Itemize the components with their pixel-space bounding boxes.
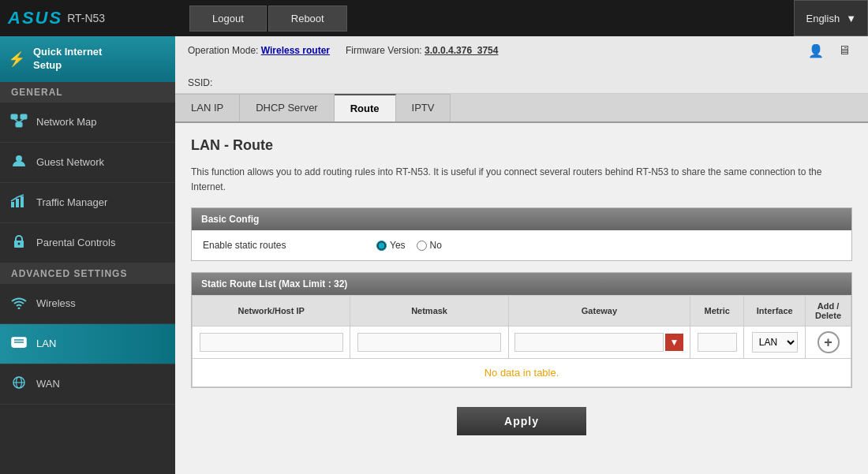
sidebar-label-network-map: Network Map: [36, 116, 97, 128]
sidebar-item-wan[interactable]: WAN: [0, 364, 175, 405]
no-option[interactable]: No: [417, 240, 442, 251]
sidebar-item-quick-setup[interactable]: ⚡ Quick InternetSetup: [0, 36, 175, 82]
svg-line-4: [19, 119, 24, 122]
enable-static-row: Enable static routes Yes No: [203, 240, 840, 251]
sidebar: ⚡ Quick InternetSetup General Network Ma…: [0, 36, 175, 474]
tab-iptv[interactable]: IPTV: [396, 94, 451, 121]
basic-config-body: Enable static routes Yes No: [192, 230, 851, 260]
quick-setup-label: Quick InternetSetup: [33, 46, 102, 73]
wan-icon: [9, 375, 28, 393]
static-route-body: Network/Host IP Netmask Gateway Metric I…: [192, 295, 851, 387]
ssid-label: SSID:: [188, 77, 212, 88]
sidebar-item-traffic-manager[interactable]: Traffic Manager: [0, 183, 175, 223]
yes-option[interactable]: Yes: [376, 240, 406, 251]
sidebar-item-lan[interactable]: LAN: [0, 324, 175, 364]
status-bar: Operation Mode: Wireless router Firmware…: [175, 36, 868, 94]
svg-rect-8: [21, 196, 24, 207]
col-network-host-ip: Network/Host IP: [193, 296, 350, 327]
gateway-cell: ▼: [508, 327, 690, 359]
page-content: LAN - Route This function allows you to …: [175, 123, 868, 474]
col-gateway: Gateway: [508, 296, 690, 327]
basic-config-header: Basic Config: [192, 208, 851, 230]
page-description: This function allows you to add routing …: [191, 165, 852, 195]
svg-point-11: [18, 307, 21, 309]
logout-button[interactable]: Logout: [189, 6, 267, 32]
sidebar-label-traffic-manager: Traffic Manager: [36, 196, 107, 208]
gateway-dropdown-btn[interactable]: ▼: [665, 334, 684, 351]
tab-lan-ip[interactable]: LAN IP: [175, 94, 240, 121]
basic-config-section: Basic Config Enable static routes Yes No: [191, 207, 852, 261]
apply-area: Apply: [191, 399, 852, 440]
sidebar-item-parental-controls[interactable]: Parental Controls: [0, 223, 175, 263]
sidebar-item-network-map[interactable]: Network Map: [0, 103, 175, 143]
metric-cell: [690, 327, 744, 359]
operation-mode-text: Operation Mode: Wireless router: [188, 45, 330, 56]
static-route-section: Static Route List (Max Limit : 32) Netwo…: [191, 272, 852, 388]
static-route-header: Static Route List (Max Limit : 32): [192, 273, 851, 295]
logo-area: ASUS RT-N53: [0, 0, 174, 36]
col-interface: Interface: [744, 296, 806, 327]
firmware-text: Firmware Version: 3.0.0.4.376_3754: [346, 45, 498, 56]
tab-dhcp-server[interactable]: DHCP Server: [240, 94, 335, 121]
metric-input[interactable]: [698, 333, 737, 352]
svg-rect-1: [21, 114, 27, 119]
sidebar-label-guest-network: Guest Network: [36, 156, 104, 168]
gateway-input[interactable]: [514, 333, 663, 352]
lan-icon: [9, 335, 28, 353]
guest-network-icon: [9, 154, 28, 171]
network-host-ip-cell: [193, 327, 350, 359]
table-row-input: ▼ LAN WAN: [193, 327, 851, 359]
main-layout: ⚡ Quick InternetSetup General Network Ma…: [0, 36, 868, 474]
sidebar-item-guest-network[interactable]: Guest Network: [0, 143, 175, 183]
enable-static-label: Enable static routes: [203, 240, 361, 251]
sidebar-label-wan: WAN: [36, 378, 60, 390]
network-host-ip-input[interactable]: [200, 333, 343, 352]
svg-rect-13: [13, 346, 24, 348]
model: RT-N53: [67, 12, 105, 24]
sidebar-label-wireless: Wireless: [36, 297, 76, 309]
wireless-icon: [9, 295, 28, 312]
chevron-down-icon: ▼: [846, 13, 856, 24]
sidebar-label-parental-controls: Parental Controls: [36, 237, 115, 248]
tabs-bar: LAN IP DHCP Server Route IPTV: [175, 94, 868, 123]
route-table: Network/Host IP Netmask Gateway Metric I…: [192, 295, 851, 387]
operation-mode-link[interactable]: Wireless router: [261, 45, 330, 56]
svg-rect-7: [16, 199, 19, 207]
svg-rect-0: [11, 114, 17, 119]
add-row-button[interactable]: +: [817, 331, 840, 353]
tab-route[interactable]: Route: [335, 94, 396, 121]
svg-rect-2: [16, 122, 22, 127]
apply-button[interactable]: Apply: [457, 407, 586, 435]
reboot-button[interactable]: Reboot: [268, 6, 347, 32]
firmware-version: 3.0.0.4.376_3754: [425, 45, 498, 56]
monitor-icon: 🖥: [833, 41, 855, 60]
user-icon: 👤: [805, 41, 827, 60]
svg-rect-6: [11, 202, 14, 207]
static-routes-radio-group: Yes No: [376, 240, 442, 251]
quick-setup-icon: ⚡: [8, 50, 25, 68]
netmask-input[interactable]: [357, 333, 501, 352]
top-buttons: Logout Reboot: [189, 6, 347, 32]
top-bar: ASUS RT-N53 Logout Reboot English ▼: [0, 0, 868, 36]
netmask-cell: [350, 327, 508, 359]
traffic-manager-icon: [9, 194, 28, 211]
svg-point-5: [16, 155, 22, 162]
language-label: English: [806, 13, 840, 24]
page-title: LAN - Route: [191, 137, 852, 154]
yes-radio[interactable]: [376, 241, 387, 251]
col-netmask: Netmask: [350, 296, 508, 327]
col-metric: Metric: [690, 296, 744, 327]
add-delete-cell: +: [806, 327, 851, 359]
interface-select[interactable]: LAN WAN: [752, 332, 798, 353]
col-add-delete: Add /Delete: [806, 296, 851, 327]
language-selector[interactable]: English ▼: [794, 0, 868, 36]
sidebar-item-wireless[interactable]: Wireless: [0, 284, 175, 324]
advanced-section-header: Advanced Settings: [0, 263, 175, 284]
sidebar-label-lan: LAN: [36, 338, 56, 349]
general-section-header: General: [0, 82, 175, 103]
parental-controls-icon: [9, 234, 28, 252]
network-map-icon: [9, 114, 28, 131]
status-icons: 👤 🖥: [805, 41, 855, 60]
no-radio[interactable]: [417, 241, 427, 251]
no-data-row: No data in table.: [193, 359, 851, 387]
